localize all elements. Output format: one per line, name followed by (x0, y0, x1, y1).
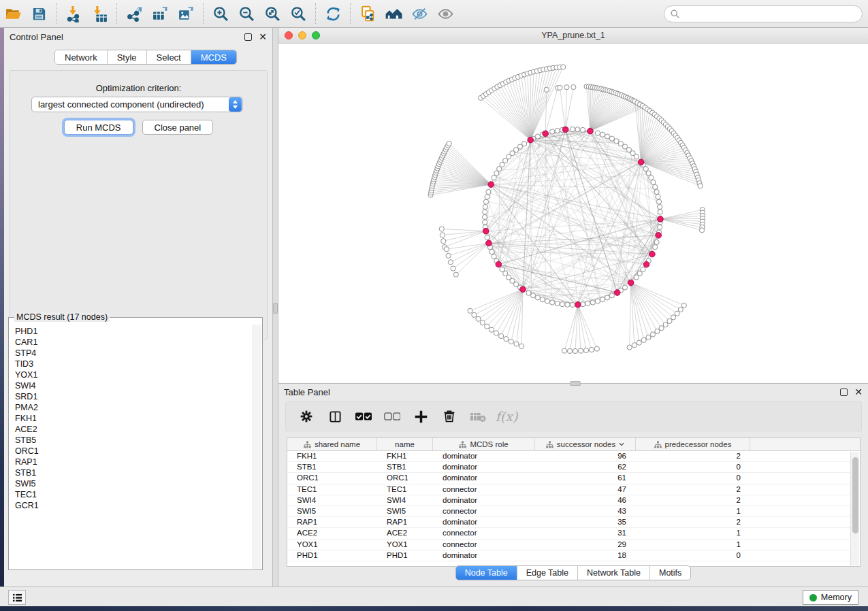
mcds-result-item[interactable]: TID3 (15, 359, 253, 369)
tab-network[interactable]: Network (55, 50, 108, 64)
column-header-shared-name[interactable]: shared name (287, 438, 377, 450)
cell-name[interactable]: PHD1 (377, 550, 433, 561)
cell-successor-nodes[interactable]: 35 (535, 517, 636, 527)
cell-shared-name[interactable]: PHD1 (287, 550, 377, 561)
cell-predecessor-nodes[interactable]: 1 (636, 540, 750, 550)
mcds-result-item[interactable]: PMA2 (15, 402, 253, 413)
cell-successor-nodes[interactable]: 62 (535, 462, 636, 472)
mcds-result-list[interactable]: PHD1CAR1STP4TID3YOX1SWI4SRD1PMA2FKH1ACE2… (10, 325, 253, 569)
cell-shared-name[interactable]: RAP1 (287, 517, 377, 527)
cell-name[interactable]: YOX1 (377, 540, 433, 550)
cell-MCDS-role[interactable]: connector (433, 528, 535, 538)
window-minimize-icon[interactable] (298, 31, 306, 39)
search-input[interactable] (664, 5, 863, 22)
mcds-result-item[interactable]: TEC1 (15, 489, 253, 500)
cell-successor-nodes[interactable]: 29 (535, 540, 636, 550)
cell-predecessor-nodes[interactable]: 1 (636, 528, 750, 538)
window-close-icon[interactable] (285, 31, 293, 39)
cell-MCDS-role[interactable]: dominator (433, 473, 535, 483)
import-table-icon[interactable] (86, 2, 112, 25)
delete-table-icon[interactable] (468, 407, 487, 426)
table-scrollbar[interactable] (850, 452, 859, 565)
tab-edge-table[interactable]: Edge Table (517, 566, 578, 580)
column-header-name[interactable]: name (377, 438, 433, 450)
table-row[interactable]: ORC1ORC1dominator610 (287, 473, 860, 484)
cell-predecessor-nodes[interactable]: 2 (636, 495, 750, 506)
table-row[interactable]: ACE2ACE2connector311 (287, 528, 860, 539)
cell-successor-nodes[interactable]: 43 (535, 506, 636, 516)
table-row[interactable]: RAP1RAP1dominator352 (287, 517, 860, 528)
open-file-icon[interactable] (0, 2, 26, 25)
cell-predecessor-nodes[interactable]: 1 (636, 506, 750, 516)
export-network-icon[interactable] (121, 2, 147, 25)
horizontal-splitter-grip[interactable] (570, 381, 581, 386)
splitter-grip[interactable] (273, 303, 278, 314)
float-panel-icon[interactable] (244, 33, 252, 41)
apply-layout-icon[interactable] (320, 2, 346, 25)
cell-MCDS-role[interactable]: dominator (433, 517, 535, 527)
tab-mcds[interactable]: MCDS (191, 50, 236, 64)
tab-style[interactable]: Style (108, 50, 147, 64)
cell-shared-name[interactable]: FKH1 (287, 451, 377, 461)
mcds-result-item[interactable]: SWI5 (15, 478, 253, 489)
column-layout-icon[interactable] (325, 407, 344, 426)
tab-network-table[interactable]: Network Table (578, 566, 650, 580)
network-window-titlebar[interactable]: YPA_prune.txt_1 (278, 28, 868, 44)
column-header-successor-nodes[interactable]: successor nodes (535, 438, 636, 450)
table-row[interactable]: STB1STB1dominator620 (287, 462, 860, 473)
export-table-icon[interactable] (147, 2, 173, 25)
tab-motifs[interactable]: Motifs (650, 566, 690, 580)
cell-shared-name[interactable]: SWI5 (287, 506, 377, 516)
cell-shared-name[interactable]: TEC1 (287, 484, 377, 495)
mcds-result-item[interactable]: YOX1 (15, 369, 253, 380)
cell-successor-nodes[interactable]: 18 (535, 550, 636, 561)
table-row[interactable]: SWI5SWI5connector431 (287, 506, 860, 517)
cell-shared-name[interactable]: STB1 (287, 462, 377, 472)
column-header-predecessor-nodes[interactable]: predecessor nodes (636, 438, 750, 450)
memory-button[interactable]: Memory (803, 590, 858, 605)
cell-successor-nodes[interactable]: 61 (535, 473, 636, 483)
cell-predecessor-nodes[interactable]: 0 (636, 462, 750, 472)
close-panel-button[interactable]: Close panel (142, 120, 214, 135)
cell-MCDS-role[interactable]: connector (433, 484, 535, 495)
mcds-result-item[interactable]: FKH1 (15, 413, 253, 424)
select-all-icon[interactable] (354, 407, 373, 426)
mcds-result-item[interactable]: CAR1 (15, 337, 253, 348)
hide-panel-icon[interactable] (406, 2, 432, 25)
mcds-result-item[interactable]: STB5 (15, 435, 253, 446)
cell-name[interactable]: ORC1 (377, 473, 433, 483)
cell-successor-nodes[interactable]: 46 (535, 495, 636, 506)
table-row[interactable]: TEC1TEC1connector472 (287, 484, 860, 495)
cell-MCDS-role[interactable]: dominator (433, 495, 535, 506)
mcds-result-item[interactable]: STB1 (15, 467, 253, 478)
zoom-selected-icon[interactable] (285, 2, 311, 25)
mcds-result-item[interactable]: RAP1 (15, 457, 253, 467)
criterion-dropdown[interactable]: largest connected component (undirected) (31, 97, 243, 112)
table-row[interactable]: PHD1PHD1dominator180 (287, 550, 860, 561)
table-row[interactable]: SWI4SWI4dominator462 (287, 495, 860, 506)
tab-select[interactable]: Select (147, 50, 191, 64)
cell-name[interactable]: STB1 (377, 462, 433, 472)
table-scrollbar-thumb[interactable] (852, 457, 858, 533)
mcds-result-item[interactable]: GCR1 (15, 500, 253, 511)
cell-name[interactable]: SWI4 (377, 495, 433, 506)
cell-name[interactable]: TEC1 (377, 484, 433, 495)
open-session-home-icon[interactable] (381, 2, 406, 25)
run-mcds-button[interactable]: Run MCDS (64, 120, 133, 135)
cell-successor-nodes[interactable]: 96 (535, 451, 636, 461)
network-graph[interactable] (278, 44, 868, 382)
table-row[interactable]: YOX1YOX1connector291 (287, 540, 860, 550)
deselect-all-icon[interactable] (383, 407, 402, 426)
function-builder-icon[interactable]: f(x) (497, 407, 516, 426)
mcds-result-item[interactable]: PHD1 (15, 326, 253, 337)
mcds-result-item[interactable]: SWI4 (15, 380, 253, 391)
network-canvas[interactable] (278, 44, 868, 382)
cell-predecessor-nodes[interactable]: 0 (636, 473, 750, 483)
mcds-result-item[interactable]: ACE2 (15, 424, 253, 435)
delete-column-icon[interactable] (440, 407, 459, 426)
mcds-list-scrollbar[interactable] (253, 325, 261, 569)
cell-MCDS-role[interactable]: connector (433, 540, 535, 550)
task-history-button[interactable] (8, 590, 26, 605)
tab-node-table[interactable]: Node Table (456, 566, 517, 580)
cell-MCDS-role[interactable]: connector (433, 506, 535, 516)
